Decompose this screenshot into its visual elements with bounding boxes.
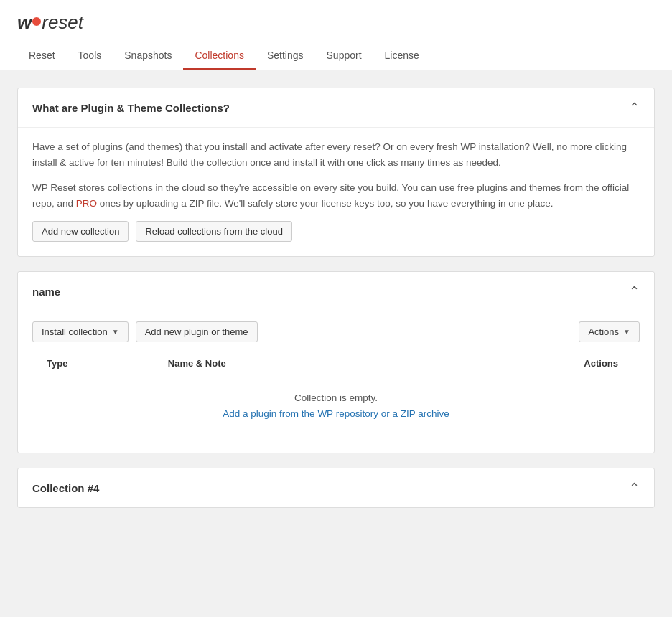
add-new-collection-button[interactable]: Add new collection [32,221,129,242]
header: w reset Reset Tools Snapshots Collection… [0,0,672,70]
collection-table: Type Name & Note Actions Collection is e… [47,352,625,438]
main-nav: Reset Tools Snapshots Collections Settin… [17,42,655,70]
page-wrapper: w reset Reset Tools Snapshots Collection… [0,0,672,617]
collection4-card: Collection #4 ⌃ [17,468,655,508]
install-collection-dropdown-icon: ▼ [112,328,119,336]
info-card-body: Have a set of plugins (and themes) that … [18,127,654,256]
col-name-header: Name & Note [168,352,448,375]
collection-toolbar: Install collection ▼ Add new plugin or t… [18,311,654,352]
nav-item-settings[interactable]: Settings [256,42,315,70]
collection-table-wrapper: Type Name & Note Actions Collection is e… [18,352,654,453]
info-card-actions: Add new collection Reload collections fr… [32,221,640,242]
add-plugin-link[interactable]: Add a plugin from the WP repository or a… [223,408,449,419]
logo-text-wp: w [17,11,32,34]
info-card-header[interactable]: What are Plugin & Theme Collections? ⌃ [18,88,654,127]
collection-name-title: name [32,286,60,298]
col-actions-header: Actions [448,352,625,375]
table-divider [47,438,625,438]
collection4-chevron-icon: ⌃ [629,480,640,496]
nav-item-reset[interactable]: Reset [17,42,67,70]
empty-state: Collection is empty. Add a plugin from t… [47,375,625,426]
collection-name-header[interactable]: name ⌃ [18,272,654,311]
install-collection-button[interactable]: Install collection ▼ [32,321,129,342]
logo-text-reset: reset [42,11,83,34]
info-card-para1: Have a set of plugins (and themes) that … [32,139,640,170]
logo-area: w reset [17,11,655,34]
info-card: What are Plugin & Theme Collections? ⌃ H… [17,88,655,257]
info-card-title: What are Plugin & Theme Collections? [32,102,230,114]
logo-dot-icon [32,17,41,26]
actions-dropdown-icon: ▼ [623,328,630,336]
nav-item-tools[interactable]: Tools [67,42,113,70]
collection-name-card: name ⌃ Install collection ▼ Add new plug… [17,271,655,453]
nav-item-collections[interactable]: Collections [183,42,255,70]
info-card-chevron-icon: ⌃ [629,100,640,116]
info-card-para2: WP Reset stores collections in the cloud… [32,180,640,211]
logo: w reset [17,11,83,34]
collection4-header[interactable]: Collection #4 ⌃ [18,468,654,507]
nav-item-support[interactable]: Support [315,42,373,70]
nav-item-license[interactable]: License [373,42,431,70]
actions-dropdown-button[interactable]: Actions ▼ [579,321,640,342]
add-plugin-theme-button[interactable]: Add new plugin or theme [136,321,258,342]
empty-state-text: Collection is empty. [47,392,625,403]
pro-label: PRO [76,198,97,209]
col-type-header: Type [47,352,168,375]
nav-item-snapshots[interactable]: Snapshots [113,42,183,70]
main-content: What are Plugin & Theme Collections? ⌃ H… [0,70,672,540]
collection-name-chevron-icon: ⌃ [629,283,640,299]
reload-collections-button[interactable]: Reload collections from the cloud [136,221,292,242]
collection4-title: Collection #4 [32,482,99,494]
